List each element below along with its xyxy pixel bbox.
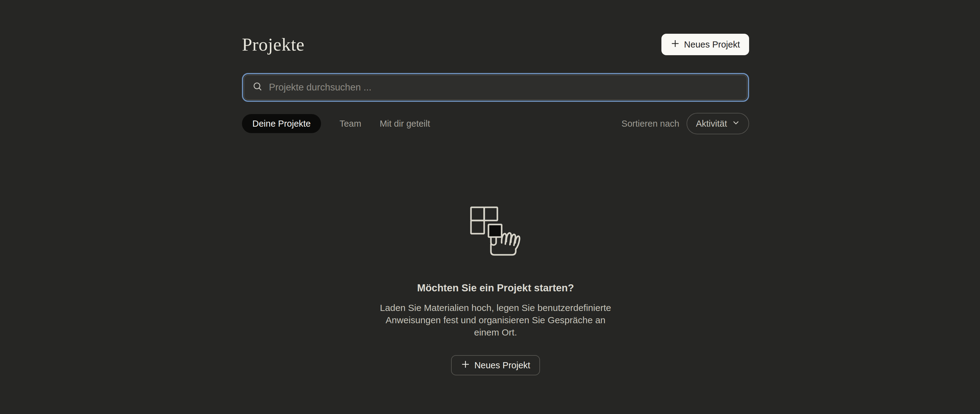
sort-dropdown-value: Aktivität — [696, 119, 727, 129]
tab-team[interactable]: Team — [339, 119, 361, 129]
tab-your-projects[interactable]: Deine Projekte — [242, 114, 321, 133]
page-title: Projekte — [242, 34, 304, 55]
new-project-cta-button[interactable]: Neues Projekt — [451, 355, 540, 375]
new-project-button-label: Neues Projekt — [684, 40, 740, 50]
hand-placing-square-into-grid-icon — [469, 205, 522, 259]
empty-state-description: Laden Sie Materialien hoch, legen Sie be… — [242, 302, 749, 339]
sort-label: Sortieren nach — [622, 119, 679, 129]
tab-shared-with-you[interactable]: Mit dir geteilt — [380, 119, 430, 129]
new-project-button[interactable]: Neues Projekt — [662, 34, 749, 55]
new-project-cta-label: Neues Projekt — [474, 360, 530, 371]
chevron-down-icon — [732, 119, 740, 129]
empty-state: Möchten Sie ein Projekt starten? Laden S… — [242, 205, 749, 375]
search-input[interactable] — [268, 81, 739, 93]
plus-icon — [671, 39, 680, 50]
sort-dropdown[interactable]: Aktivität — [687, 113, 749, 134]
empty-state-cta-wrap: Neues Projekt — [242, 355, 749, 375]
project-tabs: Deine Projekte Team Mit dir geteilt — [242, 114, 430, 133]
empty-state-heading: Möchten Sie ein Projekt starten? — [242, 282, 749, 294]
filter-row: Deine Projekte Team Mit dir geteilt Sort… — [242, 113, 749, 134]
projects-page: Projekte Neues Projekt Deine Projekte Te… — [242, 0, 749, 375]
page-header: Projekte Neues Projekt — [242, 34, 749, 55]
sort-control: Sortieren nach Aktivität — [622, 113, 749, 134]
search-icon — [252, 81, 263, 93]
description-line: Anweisungen fest und organisieren Sie Ge… — [242, 314, 749, 326]
description-line: einem Ort. — [242, 326, 749, 339]
plus-icon — [461, 360, 470, 371]
search-focus-ring — [242, 73, 749, 102]
search-bar — [244, 75, 747, 100]
description-line: Laden Sie Materialien hoch, legen Sie be… — [242, 302, 749, 314]
